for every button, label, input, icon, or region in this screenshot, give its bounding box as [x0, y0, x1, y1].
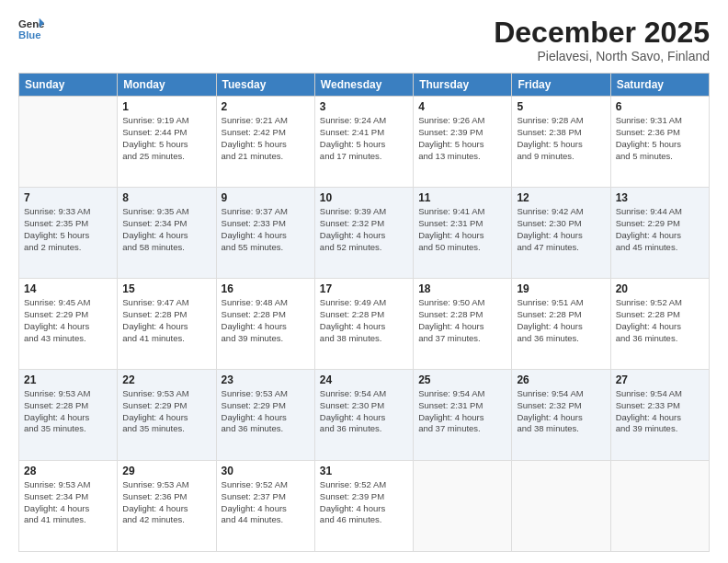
table-row: 24Sunrise: 9:54 AM Sunset: 2:30 PM Dayli…	[314, 370, 413, 461]
header-tuesday: Tuesday	[216, 74, 314, 97]
day-number: 11	[418, 191, 506, 204]
table-row: 14Sunrise: 9:45 AM Sunset: 2:29 PM Dayli…	[19, 279, 118, 370]
weekday-header-row: Sunday Monday Tuesday Wednesday Thursday…	[19, 74, 710, 97]
logo-icon: General Blue	[18, 17, 44, 42]
calendar-week-row: 14Sunrise: 9:45 AM Sunset: 2:29 PM Dayli…	[19, 279, 710, 370]
day-info: Sunrise: 9:35 AM Sunset: 2:34 PM Dayligh…	[122, 206, 210, 253]
table-row: 20Sunrise: 9:52 AM Sunset: 2:28 PM Dayli…	[610, 279, 709, 370]
day-number: 5	[517, 100, 605, 113]
table-row: 8Sunrise: 9:35 AM Sunset: 2:34 PM Daylig…	[118, 188, 216, 279]
day-number: 31	[320, 465, 408, 477]
table-row: 15Sunrise: 9:47 AM Sunset: 2:28 PM Dayli…	[118, 279, 216, 370]
table-row: 7Sunrise: 9:33 AM Sunset: 2:35 PM Daylig…	[19, 188, 118, 279]
day-number: 28	[24, 465, 112, 477]
day-info: Sunrise: 9:52 AM Sunset: 2:28 PM Dayligh…	[616, 297, 704, 344]
day-info: Sunrise: 9:41 AM Sunset: 2:31 PM Dayligh…	[418, 206, 506, 253]
day-number: 29	[122, 465, 210, 477]
calendar-table: Sunday Monday Tuesday Wednesday Thursday…	[18, 73, 710, 552]
table-row	[414, 461, 512, 552]
table-row: 27Sunrise: 9:54 AM Sunset: 2:33 PM Dayli…	[610, 370, 709, 461]
table-row: 1Sunrise: 9:19 AM Sunset: 2:44 PM Daylig…	[118, 97, 216, 188]
day-info: Sunrise: 9:39 AM Sunset: 2:32 PM Dayligh…	[320, 206, 408, 253]
table-row: 28Sunrise: 9:53 AM Sunset: 2:34 PM Dayli…	[19, 461, 118, 552]
logo: General Blue	[18, 17, 44, 42]
day-number: 4	[418, 100, 506, 113]
table-row: 22Sunrise: 9:53 AM Sunset: 2:29 PM Dayli…	[118, 370, 216, 461]
table-row: 26Sunrise: 9:54 AM Sunset: 2:32 PM Dayli…	[512, 370, 610, 461]
header-wednesday: Wednesday	[314, 74, 413, 97]
table-row: 17Sunrise: 9:49 AM Sunset: 2:28 PM Dayli…	[314, 279, 413, 370]
table-row: 18Sunrise: 9:50 AM Sunset: 2:28 PM Dayli…	[414, 279, 512, 370]
day-number: 23	[222, 373, 310, 386]
day-info: Sunrise: 9:48 AM Sunset: 2:28 PM Dayligh…	[222, 297, 310, 344]
day-info: Sunrise: 9:44 AM Sunset: 2:29 PM Dayligh…	[616, 206, 704, 253]
day-number: 9	[222, 191, 310, 204]
day-info: Sunrise: 9:51 AM Sunset: 2:28 PM Dayligh…	[517, 297, 605, 344]
day-info: Sunrise: 9:54 AM Sunset: 2:32 PM Dayligh…	[517, 388, 605, 435]
day-number: 24	[320, 373, 408, 386]
day-number: 20	[616, 282, 704, 295]
header-monday: Monday	[118, 74, 216, 97]
header-sunday: Sunday	[19, 74, 118, 97]
calendar-week-row: 28Sunrise: 9:53 AM Sunset: 2:34 PM Dayli…	[19, 461, 710, 552]
day-number: 2	[222, 100, 310, 113]
calendar-subtitle: Pielavesi, North Savo, Finland	[494, 49, 710, 63]
calendar-week-row: 1Sunrise: 9:19 AM Sunset: 2:44 PM Daylig…	[19, 97, 710, 188]
day-info: Sunrise: 9:53 AM Sunset: 2:28 PM Dayligh…	[24, 388, 112, 435]
table-row: 25Sunrise: 9:54 AM Sunset: 2:31 PM Dayli…	[414, 370, 512, 461]
day-info: Sunrise: 9:53 AM Sunset: 2:29 PM Dayligh…	[122, 388, 210, 435]
day-info: Sunrise: 9:19 AM Sunset: 2:44 PM Dayligh…	[122, 115, 210, 162]
day-number: 18	[418, 282, 506, 295]
table-row: 19Sunrise: 9:51 AM Sunset: 2:28 PM Dayli…	[512, 279, 610, 370]
table-row: 13Sunrise: 9:44 AM Sunset: 2:29 PM Dayli…	[610, 188, 709, 279]
day-info: Sunrise: 9:47 AM Sunset: 2:28 PM Dayligh…	[122, 297, 210, 344]
table-row	[512, 461, 610, 552]
day-number: 8	[122, 191, 210, 204]
day-info: Sunrise: 9:37 AM Sunset: 2:33 PM Dayligh…	[222, 206, 310, 253]
day-number: 22	[122, 373, 210, 386]
table-row: 12Sunrise: 9:42 AM Sunset: 2:30 PM Dayli…	[512, 188, 610, 279]
day-number: 10	[320, 191, 408, 204]
table-row: 3Sunrise: 9:24 AM Sunset: 2:41 PM Daylig…	[314, 97, 413, 188]
day-number: 16	[222, 282, 310, 295]
calendar-title: December 2025	[494, 17, 710, 49]
day-info: Sunrise: 9:53 AM Sunset: 2:36 PM Dayligh…	[122, 479, 210, 526]
table-row: 30Sunrise: 9:52 AM Sunset: 2:37 PM Dayli…	[216, 461, 314, 552]
day-info: Sunrise: 9:52 AM Sunset: 2:39 PM Dayligh…	[320, 479, 408, 526]
day-number: 13	[616, 191, 704, 204]
table-row: 10Sunrise: 9:39 AM Sunset: 2:32 PM Dayli…	[314, 188, 413, 279]
header-saturday: Saturday	[610, 74, 709, 97]
table-row	[610, 461, 709, 552]
day-info: Sunrise: 9:54 AM Sunset: 2:31 PM Dayligh…	[418, 388, 506, 435]
header-thursday: Thursday	[414, 74, 512, 97]
table-row: 29Sunrise: 9:53 AM Sunset: 2:36 PM Dayli…	[118, 461, 216, 552]
day-number: 3	[320, 100, 408, 113]
header: General Blue December 2025 Pielavesi, No…	[18, 17, 710, 63]
day-number: 12	[517, 191, 605, 204]
day-info: Sunrise: 9:21 AM Sunset: 2:42 PM Dayligh…	[222, 115, 310, 162]
day-info: Sunrise: 9:45 AM Sunset: 2:29 PM Dayligh…	[24, 297, 112, 344]
table-row: 16Sunrise: 9:48 AM Sunset: 2:28 PM Dayli…	[216, 279, 314, 370]
day-info: Sunrise: 9:26 AM Sunset: 2:39 PM Dayligh…	[418, 115, 506, 162]
day-number: 30	[222, 465, 310, 477]
day-info: Sunrise: 9:54 AM Sunset: 2:33 PM Dayligh…	[616, 388, 704, 435]
table-row: 31Sunrise: 9:52 AM Sunset: 2:39 PM Dayli…	[314, 461, 413, 552]
day-number: 19	[517, 282, 605, 295]
day-number: 14	[24, 282, 112, 295]
day-info: Sunrise: 9:33 AM Sunset: 2:35 PM Dayligh…	[24, 206, 112, 253]
day-info: Sunrise: 9:24 AM Sunset: 2:41 PM Dayligh…	[320, 115, 408, 162]
table-row: 23Sunrise: 9:53 AM Sunset: 2:29 PM Dayli…	[216, 370, 314, 461]
day-number: 15	[122, 282, 210, 295]
day-info: Sunrise: 9:49 AM Sunset: 2:28 PM Dayligh…	[320, 297, 408, 344]
day-number: 21	[24, 373, 112, 386]
day-info: Sunrise: 9:52 AM Sunset: 2:37 PM Dayligh…	[222, 479, 310, 526]
day-info: Sunrise: 9:53 AM Sunset: 2:29 PM Dayligh…	[222, 388, 310, 435]
day-number: 27	[616, 373, 704, 386]
day-info: Sunrise: 9:54 AM Sunset: 2:30 PM Dayligh…	[320, 388, 408, 435]
table-row: 5Sunrise: 9:28 AM Sunset: 2:38 PM Daylig…	[512, 97, 610, 188]
header-friday: Friday	[512, 74, 610, 97]
table-row: 11Sunrise: 9:41 AM Sunset: 2:31 PM Dayli…	[414, 188, 512, 279]
table-row: 4Sunrise: 9:26 AM Sunset: 2:39 PM Daylig…	[414, 97, 512, 188]
day-number: 1	[122, 100, 210, 113]
calendar-week-row: 21Sunrise: 9:53 AM Sunset: 2:28 PM Dayli…	[19, 370, 710, 461]
